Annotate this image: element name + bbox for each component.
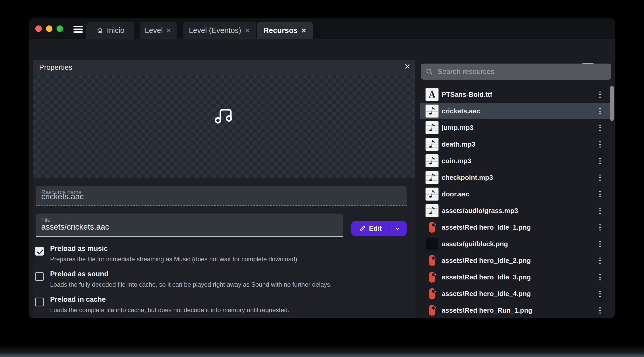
resource-list-item[interactable]: assets\Red hero_Idle_3.png xyxy=(420,269,610,285)
checkbox-label: Preload as music xyxy=(50,244,299,253)
scrollbar-thumb[interactable] xyxy=(610,86,614,121)
tab-level-eventos[interactable]: Level (Eventos) × xyxy=(183,22,256,39)
red-hero-sprite-icon xyxy=(427,287,437,300)
red-hero-sprite-icon xyxy=(427,271,437,283)
resource-item-name: assets\Red hero_Idle_1.png xyxy=(442,223,531,231)
resource-item-name: death.mp3 xyxy=(442,140,475,148)
checkmark-icon xyxy=(36,248,44,256)
close-window-button[interactable] xyxy=(35,25,42,32)
resource-list-item[interactable]: ♪ checkpoint.mp3 xyxy=(420,169,610,186)
kebab-menu-icon[interactable] xyxy=(597,306,603,315)
bottom-shadow-strip xyxy=(0,345,644,357)
resource-item-name: assets\Red hero_Idle_3.png xyxy=(442,273,531,281)
file-value: assets/crickets.aac xyxy=(41,222,109,232)
resource-item-name: door.aac xyxy=(442,190,469,198)
tab-label: Level xyxy=(145,26,163,35)
preload-in-cache-row: Preload in cache Loads the complete file… xyxy=(35,295,289,314)
kebab-menu-icon[interactable] xyxy=(597,256,603,265)
resource-list-item[interactable]: ♪ coin.mp3 xyxy=(420,153,610,169)
kebab-menu-icon[interactable] xyxy=(597,189,603,199)
preload-as-music-checkbox[interactable] xyxy=(35,247,44,256)
resource-list-item[interactable]: ♪ death.mp3 xyxy=(420,136,610,153)
kebab-menu-icon[interactable] xyxy=(597,140,603,149)
resource-item-name: assets/audio/grass.mp3 xyxy=(442,207,518,215)
minimize-window-button[interactable] xyxy=(46,25,52,32)
kebab-menu-icon[interactable] xyxy=(597,272,603,282)
close-tab-icon[interactable]: × xyxy=(166,26,172,35)
tab-inicio[interactable]: Inicio xyxy=(86,22,134,39)
search-icon xyxy=(426,68,433,75)
preload-in-cache-checkbox[interactable] xyxy=(35,298,44,306)
audio-file-icon: ♪ xyxy=(426,171,439,184)
music-note-icon xyxy=(213,104,235,126)
properties-title: Properties xyxy=(39,63,72,72)
resource-item-name: checkpoint.mp3 xyxy=(442,174,493,182)
edit-dropdown-button[interactable] xyxy=(388,225,407,232)
tab-label: Recursos xyxy=(263,26,298,35)
resource-list-item[interactable]: A PTSans-Bold.ttf xyxy=(420,86,610,103)
kebab-menu-icon[interactable] xyxy=(597,239,603,249)
checkbox-description: Loads the fully decoded file into cache,… xyxy=(50,280,332,289)
properties-header: Properties × xyxy=(33,60,415,75)
kebab-menu-icon[interactable] xyxy=(597,106,603,116)
close-tab-icon[interactable]: × xyxy=(244,26,250,35)
tab-label: Inicio xyxy=(107,26,125,35)
properties-panel: Properties × Resource name crickets.aac … xyxy=(33,60,415,318)
black-image-icon xyxy=(426,238,438,250)
audio-file-icon: ♪ xyxy=(426,204,439,217)
resource-item-name: coin.mp3 xyxy=(442,157,471,165)
kebab-menu-icon[interactable] xyxy=(597,123,603,132)
red-hero-sprite-icon xyxy=(427,221,437,234)
resources-panel: A PTSans-Bold.ttf ♪ crickets.aac ♪ jump.… xyxy=(420,58,615,318)
file-field[interactable]: File assets/crickets.aac xyxy=(36,214,343,237)
checkbox-label: Preload in cache xyxy=(50,295,289,304)
kebab-menu-icon[interactable] xyxy=(597,173,603,182)
pencil-icon xyxy=(359,225,366,232)
maximize-window-button[interactable] xyxy=(57,25,63,32)
resource-item-name: assets\Red hero_Run_1.png xyxy=(442,306,532,314)
kebab-menu-icon[interactable] xyxy=(597,289,603,298)
checkbox-description: Loads the complete file into cache, but … xyxy=(50,306,289,314)
preload-as-sound-row: Preload as sound Loads the fully decoded… xyxy=(35,270,332,289)
edit-file-button[interactable]: Edit xyxy=(351,221,407,236)
resource-list-item[interactable]: ♪ assets/audio/grass.mp3 xyxy=(420,202,610,219)
search-input[interactable] xyxy=(437,67,607,76)
resource-item-name: PTSans-Bold.ttf xyxy=(442,91,492,99)
resource-list-item[interactable]: assets\Red hero_Idle_1.png xyxy=(420,219,610,236)
tab-label: Level (Eventos) xyxy=(189,26,241,35)
desktop-background: Inicio Level × Level (Eventos) × Recurso… xyxy=(0,0,644,357)
preload-as-sound-checkbox[interactable] xyxy=(35,272,44,281)
resource-list-item[interactable]: assets\Red hero_Run_1.png xyxy=(420,302,610,318)
resource-list-item[interactable]: ♪ jump.mp3 xyxy=(420,119,610,136)
edit-label: Edit xyxy=(369,224,382,232)
tab-recursos[interactable]: Recursos × xyxy=(257,22,313,39)
resource-list-item[interactable]: ♪ door.aac xyxy=(420,186,610,202)
checkbox-description: Prepares the file for immediate streamin… xyxy=(50,255,299,263)
audio-file-icon: ♪ xyxy=(426,105,439,118)
checkbox-label: Preload as sound xyxy=(50,270,332,278)
font-file-icon: A xyxy=(426,88,439,101)
resource-item-name: crickets.aac xyxy=(442,107,480,115)
resource-name-field[interactable]: Resource name crickets.aac xyxy=(36,186,407,206)
home-icon xyxy=(96,26,104,34)
resource-list-item[interactable]: assets/gui/black.png xyxy=(420,236,610,252)
close-tab-icon[interactable]: × xyxy=(301,26,307,35)
kebab-menu-icon[interactable] xyxy=(597,223,603,232)
audio-file-icon: ♪ xyxy=(426,138,439,151)
audio-file-icon: ♪ xyxy=(426,121,439,134)
resource-list-item[interactable]: ♪ crickets.aac xyxy=(420,103,610,119)
resource-list-item[interactable]: assets\Red hero_Idle_4.png xyxy=(420,285,610,302)
red-hero-sprite-icon xyxy=(427,254,437,267)
kebab-menu-icon[interactable] xyxy=(597,90,603,99)
audio-file-icon: ♪ xyxy=(426,154,439,167)
tab-level[interactable]: Level × xyxy=(140,22,177,39)
resource-item-name: assets\Red hero_Idle_2.png xyxy=(442,257,531,265)
kebab-menu-icon[interactable] xyxy=(597,206,603,215)
search-box[interactable] xyxy=(421,64,611,80)
resource-list-item[interactable]: assets\Red hero_Idle_2.png xyxy=(420,252,610,269)
toolbar: Preview Publish xyxy=(29,39,615,58)
edit-file-button-main[interactable]: Edit xyxy=(351,224,388,232)
close-panel-icon[interactable]: × xyxy=(405,61,410,72)
kebab-menu-icon[interactable] xyxy=(597,156,603,166)
main-menu-icon[interactable] xyxy=(73,26,83,33)
